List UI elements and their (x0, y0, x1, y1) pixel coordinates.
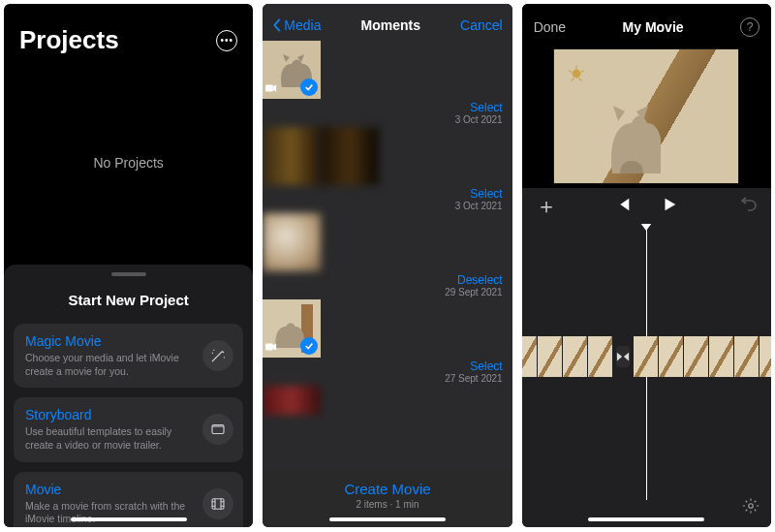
svg-rect-3 (265, 85, 273, 92)
projects-title: Projects (19, 25, 119, 55)
create-movie-button[interactable]: Create Movie (263, 481, 512, 497)
media-thumb[interactable] (263, 41, 321, 99)
option-subtitle: Make a movie from scratch with the iMovi… (25, 500, 199, 526)
media-thumb[interactable] (321, 127, 379, 185)
clip[interactable] (634, 336, 771, 377)
film-icon (202, 488, 233, 519)
video-icon (265, 341, 277, 355)
select-link[interactable]: Select (470, 360, 502, 373)
cat-toy (566, 63, 587, 84)
editor-screen: Done My Movie ? ＋ (522, 4, 771, 527)
skip-start-button[interactable] (614, 196, 632, 216)
movie-title: My Movie (623, 19, 684, 35)
moment-group: Select 3 Oct 2021 (263, 127, 512, 213)
transport-bar: ＋ (522, 188, 771, 224)
moments-list[interactable]: Select 3 Oct 2021 Select 3 Oct 2021 Dese… (263, 41, 512, 469)
deselect-link[interactable]: Deselect (457, 273, 503, 287)
svg-point-7 (573, 70, 581, 78)
option-subtitle: Use beautiful templates to easily create… (25, 425, 199, 452)
media-picker-screen: Media Moments Cancel Select 3 Oc (263, 4, 512, 527)
preview-cat (603, 88, 661, 175)
moment-group: Select 27 Sept 2021 (263, 299, 512, 386)
help-button[interactable]: ? (740, 17, 760, 37)
add-media-button[interactable]: ＋ (536, 192, 557, 221)
preview-viewer[interactable] (522, 45, 771, 188)
selection-summary: 2 items · 1 min (263, 499, 512, 510)
transition-button[interactable] (616, 346, 630, 367)
svg-point-8 (749, 504, 754, 509)
svg-rect-6 (265, 344, 273, 351)
sheet-grabber[interactable] (111, 272, 146, 276)
settings-button[interactable] (742, 497, 760, 517)
picker-title: Moments (361, 17, 420, 33)
projects-screen: Projects ••• No Projects Start New Proje… (4, 4, 253, 527)
home-indicator[interactable] (588, 517, 704, 521)
chevron-left-icon (272, 18, 282, 32)
moment-group: Deselect 29 Sept 2021 (263, 213, 512, 299)
option-title: Movie (25, 482, 199, 497)
media-thumb[interactable] (263, 299, 321, 358)
no-projects-label: No Projects (4, 61, 253, 265)
moment-date: 29 Sept 2021 (445, 287, 503, 297)
moment-date: 3 Oct 2021 (455, 114, 503, 125)
moment-date: 3 Oct 2021 (455, 201, 503, 211)
cancel-button[interactable]: Cancel (460, 17, 503, 33)
home-indicator[interactable] (71, 517, 187, 521)
home-indicator[interactable] (329, 517, 446, 521)
media-thumb[interactable] (263, 127, 321, 185)
new-project-sheet: Start New Project Magic Movie Choose you… (4, 265, 253, 527)
storyboard-icon (202, 414, 233, 445)
undo-button[interactable] (738, 195, 758, 217)
more-button[interactable]: ••• (216, 30, 237, 51)
wand-icon (202, 340, 233, 371)
moment-group: Select 3 Oct 2021 (263, 41, 512, 127)
picker-header: Media Moments Cancel (263, 4, 512, 41)
done-button[interactable]: Done (534, 19, 566, 35)
video-icon (265, 82, 277, 96)
option-title: Storyboard (25, 407, 199, 422)
option-storyboard[interactable]: Storyboard Use beautiful templates to ea… (14, 397, 243, 461)
play-button[interactable] (661, 196, 678, 216)
sheet-title: Start New Project (14, 292, 243, 308)
option-subtitle: Choose your media and let iMovie create … (25, 352, 199, 378)
select-link[interactable]: Select (470, 101, 502, 114)
editor-header: Done My Movie ? (522, 4, 771, 45)
media-thumb[interactable] (263, 386, 321, 415)
option-title: Magic Movie (25, 333, 199, 349)
back-media-button[interactable]: Media (272, 17, 321, 33)
clip[interactable] (522, 336, 612, 377)
option-magic-movie[interactable]: Magic Movie Choose your media and let iM… (14, 324, 243, 388)
clip-track (522, 336, 771, 377)
select-link[interactable]: Select (470, 187, 502, 201)
projects-header: Projects ••• (4, 4, 253, 61)
back-label: Media (284, 17, 321, 33)
moment-group (263, 386, 512, 415)
moment-date: 27 Sept 2021 (445, 373, 503, 384)
svg-rect-1 (212, 498, 224, 509)
timeline[interactable] (522, 224, 771, 527)
media-thumb[interactable] (263, 213, 321, 271)
preview-frame (553, 48, 739, 184)
